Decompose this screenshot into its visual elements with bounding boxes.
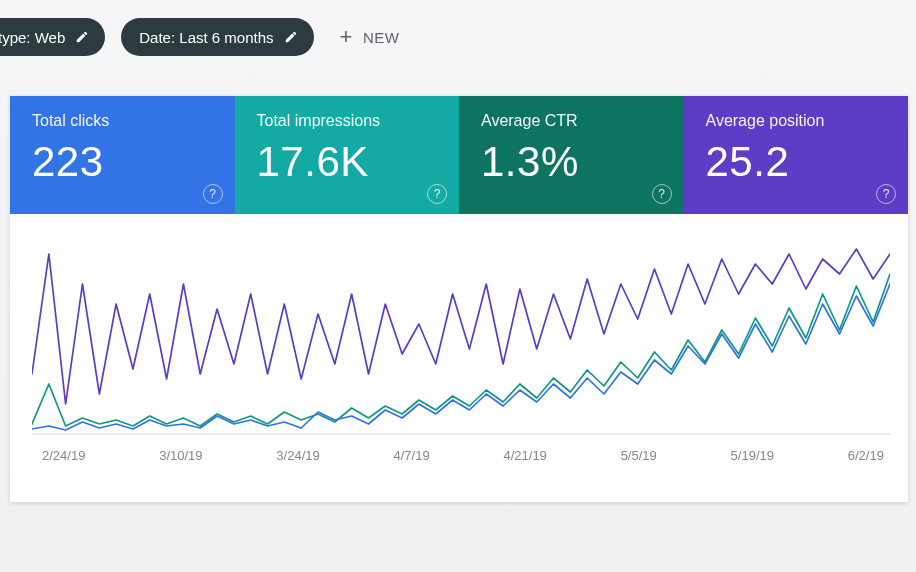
metric-average-ctr[interactable]: Average CTR 1.3% ? (459, 96, 684, 214)
metric-label: Total clicks (32, 112, 215, 130)
chip-date-range-label: Date: Last 6 months (139, 29, 273, 46)
metric-value: 25.2 (706, 138, 889, 186)
filter-bar: type: Web Date: Last 6 months + NEW (0, 0, 916, 74)
x-tick: 6/2/19 (848, 448, 884, 463)
metric-label: Average CTR (481, 112, 664, 130)
help-icon[interactable]: ? (427, 184, 447, 204)
metric-label: Total impressions (257, 112, 440, 130)
x-axis: 2/24/193/10/193/24/194/7/194/21/195/5/19… (32, 448, 890, 463)
chart-svg (32, 234, 890, 444)
series-clicks (32, 284, 890, 430)
help-icon[interactable]: ? (203, 184, 223, 204)
help-icon[interactable]: ? (876, 184, 896, 204)
pencil-icon (284, 30, 298, 44)
x-tick: 4/21/19 (503, 448, 546, 463)
new-filter-button[interactable]: + NEW (330, 18, 410, 56)
x-tick: 4/7/19 (394, 448, 430, 463)
new-button-label: NEW (363, 29, 400, 46)
help-icon[interactable]: ? (652, 184, 672, 204)
metrics-row: Total clicks 223 ? Total impressions 17.… (10, 96, 908, 214)
x-tick: 2/24/19 (42, 448, 85, 463)
performance-panel: Total clicks 223 ? Total impressions 17.… (10, 96, 908, 502)
metric-label: Average position (706, 112, 889, 130)
chip-search-type[interactable]: type: Web (0, 18, 105, 56)
metric-value: 17.6K (257, 138, 440, 186)
x-tick: 5/5/19 (621, 448, 657, 463)
metric-average-position[interactable]: Average position 25.2 ? (684, 96, 909, 214)
metric-total-impressions[interactable]: Total impressions 17.6K ? (235, 96, 460, 214)
x-tick: 3/10/19 (159, 448, 202, 463)
metric-value: 1.3% (481, 138, 664, 186)
performance-chart: 2/24/193/10/193/24/194/7/194/21/195/5/19… (10, 214, 908, 502)
metric-total-clicks[interactable]: Total clicks 223 ? (10, 96, 235, 214)
x-tick: 5/19/19 (731, 448, 774, 463)
metric-value: 223 (32, 138, 215, 186)
chip-search-type-label: type: Web (0, 29, 65, 46)
pencil-icon (75, 30, 89, 44)
chip-date-range[interactable]: Date: Last 6 months (121, 18, 313, 56)
x-tick: 3/24/19 (276, 448, 319, 463)
